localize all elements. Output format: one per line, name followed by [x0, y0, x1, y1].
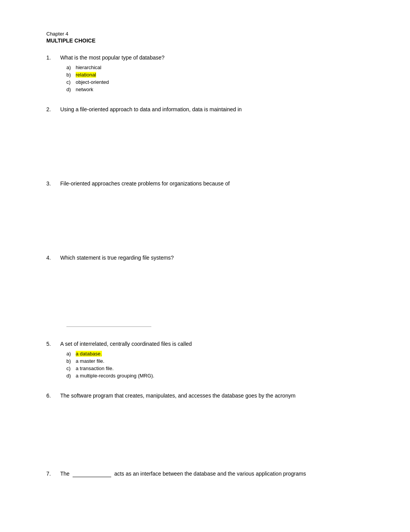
- list-item: a) a database.: [66, 351, 371, 357]
- question-6: 6. The software program that creates, ma…: [46, 393, 371, 457]
- answer-text: a transaction file.: [76, 365, 114, 371]
- question-3-spacer: [46, 190, 371, 241]
- question-2-text: 2. Using a file-oriented approach to dat…: [46, 106, 371, 112]
- question-7-body: The acts as an interface between the dat…: [60, 471, 371, 477]
- answer-text: a multiple-records grouping (MRG).: [76, 373, 154, 379]
- answer-text: a master file.: [76, 358, 104, 364]
- list-item: c) a transaction file.: [66, 365, 371, 371]
- question-5-text: 5. A set of interrelated, centrally coor…: [46, 341, 371, 347]
- question-3: 3. File-oriented approaches create probl…: [46, 180, 371, 241]
- answer-letter: c): [66, 79, 76, 85]
- question-7-text: 7. The acts as an interface between the …: [46, 471, 371, 477]
- question-5-answers: a) a database. b) a master file. c) a tr…: [66, 351, 371, 379]
- question-4-body: Which statement is true regarding file s…: [60, 255, 371, 261]
- divider-line: [66, 326, 151, 327]
- question-1-body: What is the most popular type of databas…: [60, 54, 371, 61]
- question-6-body: The software program that creates, manip…: [60, 393, 371, 399]
- answer-text-highlighted: a database.: [76, 351, 102, 357]
- question-2: 2. Using a file-oriented approach to dat…: [46, 106, 371, 167]
- question-3-number: 3.: [46, 180, 60, 187]
- question-5-number: 5.: [46, 341, 60, 347]
- answer-text-highlighted: relational: [76, 72, 96, 78]
- question-4-text: 4. Which statement is true regarding fil…: [46, 255, 371, 261]
- answer-text: hierarchical: [76, 65, 101, 70]
- question-3-text: 3. File-oriented approaches create probl…: [46, 180, 371, 187]
- page-container: Chapter 4 MULTIPLE CHOICE 1. What is the…: [0, 0, 410, 522]
- section-title: MULTIPLE CHOICE: [46, 37, 371, 44]
- answer-letter: b): [66, 358, 76, 364]
- question-1-number: 1.: [46, 54, 60, 61]
- answer-letter: a): [66, 65, 76, 70]
- question-2-spacer: [46, 116, 371, 167]
- answer-letter: d): [66, 373, 76, 379]
- list-item: c) object-oriented: [66, 79, 371, 85]
- question-6-number: 6.: [46, 393, 60, 399]
- question-6-spacer: [46, 403, 371, 457]
- answer-text: object-oriented: [76, 79, 109, 85]
- question-7: 7. The acts as an interface between the …: [46, 471, 371, 477]
- question-4: 4. Which statement is true regarding fil…: [46, 255, 371, 327]
- blank-field-7: [73, 471, 111, 477]
- list-item: d) a multiple-records grouping (MRG).: [66, 373, 371, 379]
- question-1-text: 1. What is the most popular type of data…: [46, 54, 371, 61]
- question-2-body: Using a file-oriented approach to data a…: [60, 106, 371, 112]
- list-item: b) a master file.: [66, 358, 371, 364]
- question-5: 5. A set of interrelated, centrally coor…: [46, 341, 371, 379]
- answer-letter: a): [66, 351, 76, 357]
- list-item: b) relational: [66, 72, 371, 78]
- list-item: a) hierarchical: [66, 65, 371, 70]
- list-item: d) network: [66, 87, 371, 92]
- answer-letter: d): [66, 87, 76, 92]
- question-5-body: A set of interrelated, centrally coordin…: [60, 341, 371, 347]
- question-7-number: 7.: [46, 471, 60, 477]
- question-3-body: File-oriented approaches create problems…: [60, 180, 371, 187]
- answer-letter: c): [66, 365, 76, 371]
- question-1: 1. What is the most popular type of data…: [46, 54, 371, 92]
- answer-text: network: [76, 87, 93, 92]
- question-4-number: 4.: [46, 255, 60, 261]
- question-1-answers: a) hierarchical b) relational c) object-…: [66, 65, 371, 92]
- chapter-label: Chapter 4: [46, 31, 371, 37]
- question-4-spacer: [46, 265, 371, 323]
- chapter-header: Chapter 4 MULTIPLE CHOICE: [46, 31, 371, 44]
- answer-letter: b): [66, 72, 76, 78]
- question-2-number: 2.: [46, 106, 60, 112]
- question-6-text: 6. The software program that creates, ma…: [46, 393, 371, 399]
